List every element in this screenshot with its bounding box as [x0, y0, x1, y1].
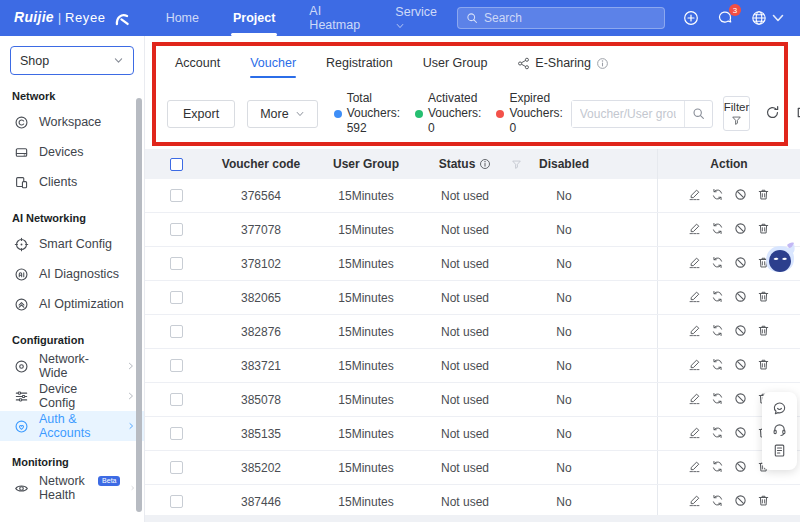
- sidebar-item-devices[interactable]: Devices: [0, 137, 144, 167]
- delete-button[interactable]: [757, 494, 770, 510]
- nav-project[interactable]: Project: [233, 0, 275, 36]
- global-search[interactable]: [457, 7, 665, 29]
- edit-button[interactable]: [688, 290, 701, 306]
- edit-button[interactable]: [688, 460, 701, 476]
- survey-button[interactable]: [772, 443, 787, 461]
- edit-button[interactable]: [688, 256, 701, 272]
- disabled: No: [513, 325, 615, 339]
- renew-button[interactable]: [711, 188, 724, 204]
- renew-button[interactable]: [711, 460, 724, 476]
- ai-assistant-mascot[interactable]: [760, 237, 800, 277]
- row-checkbox[interactable]: [170, 325, 183, 338]
- sidebar-item-network-health[interactable]: Network Health Beta: [0, 473, 144, 503]
- renew-button[interactable]: [711, 494, 724, 510]
- renew-button[interactable]: [711, 392, 724, 408]
- chevron-right-icon: [126, 391, 136, 401]
- disable-button[interactable]: [734, 290, 747, 306]
- feedback-button[interactable]: [772, 401, 787, 419]
- delete-button[interactable]: [757, 290, 770, 306]
- row-checkbox[interactable]: [170, 257, 183, 270]
- nav-home[interactable]: Home: [166, 0, 199, 36]
- delete-button[interactable]: [757, 222, 770, 238]
- refresh-button[interactable]: [765, 105, 780, 123]
- renew-button[interactable]: [711, 358, 724, 374]
- disable-button[interactable]: [734, 256, 747, 272]
- edit-button[interactable]: [688, 188, 701, 204]
- sidebar-item-workspace[interactable]: Workspace: [0, 107, 144, 137]
- brand-reyee: Reyee: [65, 10, 106, 25]
- row-checkbox[interactable]: [170, 359, 183, 372]
- sidebar-scrollbar[interactable]: [136, 98, 142, 512]
- status-filter-icon[interactable]: [511, 159, 522, 170]
- disable-button[interactable]: [734, 358, 747, 374]
- edit-button[interactable]: [688, 222, 701, 238]
- global-search-input[interactable]: [484, 11, 656, 25]
- sidebar-item-ai-diagnostics[interactable]: AI Diagnostics: [0, 259, 144, 289]
- renew-button[interactable]: [711, 290, 724, 306]
- site-selector[interactable]: Shop: [10, 46, 134, 75]
- sidebar-item-clients[interactable]: Clients: [0, 167, 144, 197]
- renew-button[interactable]: [711, 426, 724, 442]
- sidebar-item-ai-optimization[interactable]: AI Optimization: [0, 289, 144, 319]
- edit-button[interactable]: [688, 324, 701, 340]
- row-checkbox[interactable]: [170, 223, 183, 236]
- sidebar-item-device-config[interactable]: Device Config: [0, 381, 144, 411]
- renew-button[interactable]: [711, 222, 724, 238]
- delete-icon: [757, 494, 770, 507]
- edit-icon: [688, 222, 701, 235]
- chevron-down-icon: [295, 109, 305, 119]
- user-group: 15Minutes: [315, 461, 417, 475]
- export-button[interactable]: Export: [167, 100, 235, 128]
- sidebar-item-smart-config[interactable]: Smart Config: [0, 229, 144, 259]
- disable-button[interactable]: [734, 460, 747, 476]
- disable-button[interactable]: [734, 188, 747, 204]
- disable-button[interactable]: [734, 392, 747, 408]
- user-group: 15Minutes: [315, 359, 417, 373]
- edit-button[interactable]: [688, 392, 701, 408]
- tab-account[interactable]: Account: [175, 56, 220, 78]
- devices-icon: [14, 145, 29, 160]
- sidebar-item-auth-accounts[interactable]: Auth & Accounts: [0, 411, 144, 441]
- filter-button[interactable]: Filter: [723, 96, 751, 131]
- ai-diagnostics-icon: [14, 267, 29, 282]
- delete-button[interactable]: [757, 324, 770, 340]
- edit-button[interactable]: [688, 426, 701, 442]
- search-button[interactable]: [684, 101, 712, 127]
- tab-user-group[interactable]: User Group: [423, 56, 488, 78]
- sidebar-item-network-wide[interactable]: Network-Wide: [0, 351, 144, 381]
- info-icon[interactable]: [479, 158, 491, 170]
- disable-button[interactable]: [734, 222, 747, 238]
- nav-ai-heatmap[interactable]: AI Heatmap: [309, 0, 361, 36]
- language-button[interactable]: [751, 10, 786, 26]
- row-checkbox[interactable]: [170, 291, 183, 304]
- renew-button[interactable]: [711, 324, 724, 340]
- tab-e-sharing[interactable]: E-Sharing: [517, 56, 609, 78]
- row-checkbox[interactable]: [170, 427, 183, 440]
- row-checkbox[interactable]: [170, 495, 183, 508]
- disable-icon: [734, 392, 747, 405]
- row-checkbox[interactable]: [170, 189, 183, 202]
- tab-voucher[interactable]: Voucher: [250, 56, 296, 78]
- renew-button[interactable]: [711, 256, 724, 272]
- disable-button[interactable]: [734, 426, 747, 442]
- delete-button[interactable]: [757, 188, 770, 204]
- nav-service[interactable]: Service: [395, 0, 437, 36]
- messages-button[interactable]: 3: [717, 10, 733, 26]
- edit-button[interactable]: [688, 494, 701, 510]
- edit-button[interactable]: [688, 358, 701, 374]
- disable-button[interactable]: [734, 324, 747, 340]
- support-button[interactable]: [772, 422, 787, 440]
- brand-logo[interactable]: Ruijie | Reyee: [14, 9, 131, 27]
- disable-button[interactable]: [734, 494, 747, 510]
- voucher-search-input[interactable]: [572, 101, 684, 127]
- select-all-checkbox[interactable]: [170, 158, 183, 171]
- more-button[interactable]: More: [247, 100, 317, 128]
- sidebar-item-cutoff[interactable]: [0, 515, 144, 522]
- delete-button[interactable]: [757, 358, 770, 374]
- voucher-toolbar: Export More Total Vouchers: 592 Activate…: [167, 91, 800, 136]
- row-checkbox[interactable]: [170, 461, 183, 474]
- add-project-button[interactable]: [683, 10, 699, 26]
- export-share-button[interactable]: [795, 105, 800, 123]
- row-checkbox[interactable]: [170, 393, 183, 406]
- tab-registration[interactable]: Registration: [326, 56, 393, 78]
